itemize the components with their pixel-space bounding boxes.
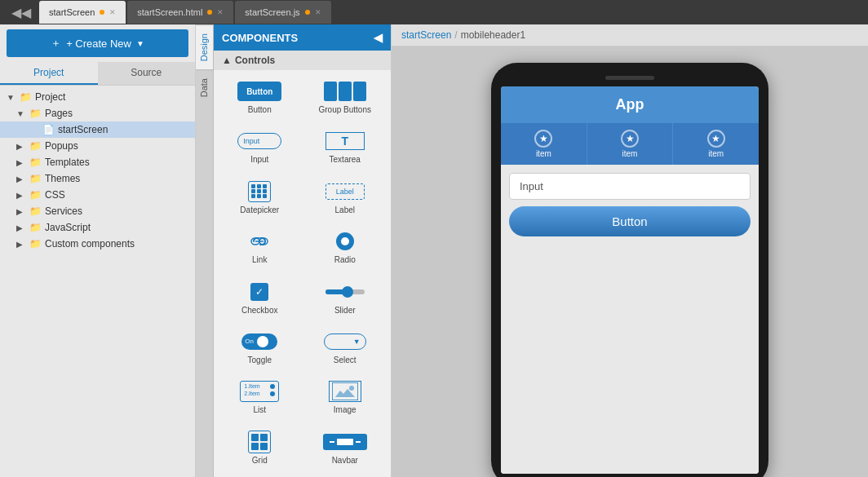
slider-icon	[322, 280, 368, 303]
tree-item-services[interactable]: ▶📁Services	[0, 203, 195, 219]
file-icon: 📄	[42, 124, 55, 135]
controls-expand-icon: ▲	[222, 55, 232, 66]
component-list-label: List	[253, 405, 266, 414]
component-slider-label: Slider	[334, 306, 356, 315]
component-checkbox[interactable]: ✓ Checkbox	[219, 276, 301, 322]
component-image[interactable]: Image	[304, 375, 387, 422]
tree-item-themes[interactable]: ▶📁Themes	[0, 170, 195, 187]
tree-item-label: Project	[35, 91, 65, 103]
component-button-label: Button	[248, 105, 272, 114]
create-new-button[interactable]: ＋ + Create New ▼	[7, 29, 188, 57]
select-icon: ▼	[322, 330, 368, 353]
phone-tab-bar: ★ item ★ item ★ item	[501, 123, 759, 165]
tab-close-icon[interactable]: ✕	[315, 8, 321, 16]
sidebar-tab-source[interactable]: Source	[98, 62, 196, 85]
phone-tab-label-3: item	[708, 149, 724, 158]
component-navbar[interactable]: Navbar	[304, 426, 387, 472]
component-image-label: Image	[334, 405, 356, 414]
svg-rect-3	[332, 382, 358, 400]
phone-app-bar: App	[501, 86, 759, 123]
breadcrumb-root[interactable]: startScreen	[401, 29, 451, 41]
button-icon: Button	[237, 80, 282, 103]
component-textarea[interactable]: T Textarea	[304, 125, 387, 171]
tree-expander: ▶	[16, 191, 26, 200]
design-tab[interactable]: Design	[196, 24, 213, 69]
tree-item-pages[interactable]: ▼📁Pages	[0, 105, 195, 121]
grid-icon	[237, 431, 282, 453]
components-area: COMPONENTS ◀ ▲ Controls Button Button	[214, 24, 391, 477]
data-tab[interactable]: Data	[196, 69, 213, 105]
tree-item-label: Custom components	[45, 238, 135, 250]
component-select[interactable]: ▼ Select	[304, 325, 387, 372]
tab-startScreenHtml[interactable]: startScreen.html✕	[127, 1, 233, 24]
component-link-label: Link	[252, 255, 267, 264]
component-grid[interactable]: Grid	[219, 426, 301, 472]
tree-item-popups[interactable]: ▶📁Popups	[0, 138, 195, 154]
phone-tab-label-2: item	[622, 149, 638, 158]
tab-label: startScreen	[49, 7, 95, 17]
component-datepicker[interactable]: Datepicker	[219, 175, 301, 222]
tree-item-label: Services	[45, 205, 82, 217]
tab-startScreen[interactable]: startScreen✕	[39, 1, 126, 24]
main-content: startScreen / mobileheader1 App ★ item ★	[392, 24, 868, 477]
tree-item-label: Pages	[45, 108, 73, 119]
component-label[interactable]: Label Label	[304, 175, 387, 222]
component-button[interactable]: Button Button	[219, 75, 301, 121]
component-toggle[interactable]: On Toggle	[219, 325, 301, 372]
sidebar-tab-project[interactable]: Project	[0, 62, 98, 85]
datepicker-icon	[237, 180, 282, 203]
folder-icon: 📁	[29, 205, 42, 217]
tab-close-icon[interactable]: ✕	[109, 8, 116, 16]
component-link[interactable]: Link	[219, 225, 301, 272]
breadcrumb-current: mobileheader1	[461, 29, 525, 41]
phone-button[interactable]: Button	[509, 206, 751, 236]
component-select-label: Select	[334, 356, 356, 364]
tree-item-project[interactable]: ▼📁Project	[0, 89, 195, 105]
tab-startScreenJs[interactable]: startScreen.js✕	[235, 1, 330, 24]
textarea-icon: T	[322, 130, 368, 152]
tree-item-label: Themes	[45, 173, 80, 184]
phone-tab-star-3: ★	[707, 130, 725, 148]
phone-frame: App ★ item ★ item ★ item	[491, 63, 768, 477]
tabs-container: startScreen✕startScreen.html✕startScreen…	[39, 1, 331, 24]
controls-section-header[interactable]: ▲ Controls	[214, 51, 391, 70]
controls-section-label: Controls	[235, 55, 275, 66]
tree-item-javascript[interactable]: ▶📁JavaScript	[0, 219, 195, 236]
tree-item-css[interactable]: ▶📁CSS	[0, 187, 195, 203]
tree-item-label: JavaScript	[45, 222, 91, 233]
checkbox-icon: ✓	[237, 280, 282, 303]
component-list[interactable]: 1.Item 2.Item List	[219, 375, 301, 422]
collapse-components-icon[interactable]: ◀	[374, 31, 383, 44]
create-new-chevron-icon: ▼	[136, 39, 144, 48]
component-textarea-label: Textarea	[330, 155, 361, 164]
folder-icon: 📁	[29, 140, 42, 152]
component-slider[interactable]: Slider	[304, 276, 387, 322]
phone-tab-item-1[interactable]: ★ item	[501, 123, 587, 165]
nav-back-icon[interactable]: ◀◀	[7, 3, 36, 22]
phone-screen: App ★ item ★ item ★ item	[501, 86, 759, 474]
tree-expander: ▼	[16, 109, 26, 118]
tree-item-templates[interactable]: ▶📁Templates	[0, 154, 195, 170]
tab-dot	[305, 10, 310, 15]
tab-dot	[100, 10, 104, 15]
component-group-buttons-label: Group Buttons	[319, 105, 371, 114]
tree-item-custom-components[interactable]: ▶📁Custom components	[0, 236, 195, 252]
phone-tab-item-2[interactable]: ★ item	[587, 123, 674, 165]
component-radio-label: Radio	[334, 255, 356, 264]
preview-area: App ★ item ★ item ★ item	[392, 46, 868, 477]
tree-item-startscreen[interactable]: 📄startScreen	[0, 121, 195, 138]
phone-tab-item-3[interactable]: ★ item	[673, 123, 759, 165]
tab-close-icon[interactable]: ✕	[217, 8, 224, 16]
phone-input-field[interactable]: Input	[509, 173, 751, 200]
folder-icon: 📁	[20, 91, 32, 103]
phone-body: Input Button	[501, 165, 759, 474]
component-input[interactable]: Input Input	[219, 125, 301, 171]
tree-item-label: Popups	[45, 140, 78, 152]
component-toggle-label: Toggle	[248, 356, 272, 364]
main-layout: ＋ + Create New ▼ Project Source ▼📁Projec…	[0, 24, 868, 477]
tree-item-label: startScreen	[58, 124, 108, 135]
component-radio[interactable]: Radio	[304, 225, 387, 272]
tree-expander: ▶	[16, 142, 26, 151]
component-group-buttons[interactable]: Group Buttons	[304, 75, 387, 121]
tree-expander: ▶	[16, 158, 26, 167]
